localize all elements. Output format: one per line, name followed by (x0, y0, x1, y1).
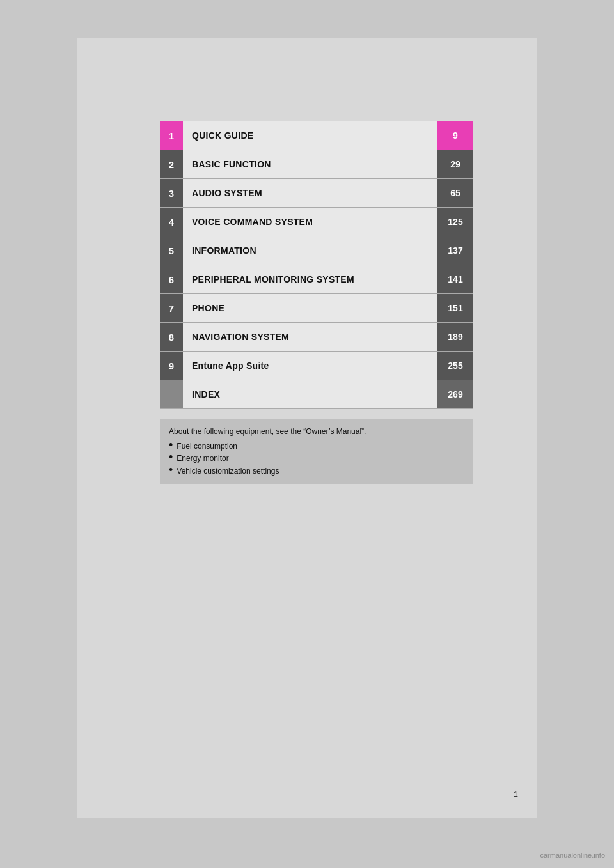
toc-number-2: 2 (160, 150, 183, 178)
toc-page-3: 65 (437, 179, 473, 207)
toc-row[interactable]: 8NAVIGATION SYSTEM189 (160, 323, 473, 352)
toc-number-7: 7 (160, 294, 183, 322)
toc-page-5: 137 (437, 236, 473, 265)
note-bullet-1: •Fuel consumption (169, 440, 464, 453)
toc-title-5: INFORMATION (183, 236, 437, 265)
toc-title-4: VOICE COMMAND SYSTEM (183, 208, 437, 236)
toc-row[interactable]: 3AUDIO SYSTEM65 (160, 179, 473, 208)
note-main-text: About the following equipment, see the “… (169, 426, 464, 438)
toc-title-2: BASIC FUNCTION (183, 150, 437, 178)
toc-title-6: PERIPHERAL MONITORING SYSTEM (183, 265, 437, 293)
toc-page-4: 125 (437, 208, 473, 236)
toc-title-8: NAVIGATION SYSTEM (183, 323, 437, 351)
page-container: 1QUICK GUIDE92BASIC FUNCTION293AUDIO SYS… (77, 38, 537, 818)
note-bullet-text-1: Fuel consumption (177, 440, 237, 453)
note-bullet-text-3: Vehicle customization settings (177, 465, 279, 477)
toc-page-10: 269 (437, 380, 473, 408)
toc-number-8: 8 (160, 323, 183, 351)
note-bullet-text-2: Energy monitor (177, 453, 228, 465)
content-area: 1QUICK GUIDE92BASIC FUNCTION293AUDIO SYS… (160, 121, 473, 484)
toc-title-9: Entune App Suite (183, 352, 437, 380)
toc-number-4: 4 (160, 208, 183, 236)
watermark: carmanualonline.info (540, 851, 605, 859)
toc-page-7: 151 (437, 294, 473, 322)
toc-number-6: 6 (160, 265, 183, 293)
toc-page-9: 255 (437, 352, 473, 380)
toc-page-6: 141 (437, 265, 473, 293)
toc-title-1: QUICK GUIDE (183, 121, 437, 150)
toc-row[interactable]: INDEX269 (160, 380, 473, 409)
toc-table: 1QUICK GUIDE92BASIC FUNCTION293AUDIO SYS… (160, 121, 473, 409)
page-number: 1 (514, 789, 518, 799)
note-box: About the following equipment, see the “… (160, 419, 473, 484)
toc-title-3: AUDIO SYSTEM (183, 179, 437, 207)
toc-page-2: 29 (437, 150, 473, 178)
toc-row[interactable]: 9Entune App Suite255 (160, 352, 473, 380)
note-bullet-2: •Energy monitor (169, 453, 464, 465)
toc-number-1: 1 (160, 121, 183, 150)
toc-row[interactable]: 1QUICK GUIDE9 (160, 121, 473, 150)
toc-row[interactable]: 2BASIC FUNCTION29 (160, 150, 473, 179)
toc-number-10 (160, 380, 183, 408)
toc-number-5: 5 (160, 236, 183, 265)
note-bullet-3: •Vehicle customization settings (169, 465, 464, 477)
toc-row[interactable]: 4VOICE COMMAND SYSTEM125 (160, 208, 473, 236)
toc-page-8: 189 (437, 323, 473, 351)
toc-page-1: 9 (437, 121, 473, 150)
toc-row[interactable]: 7PHONE151 (160, 294, 473, 323)
toc-title-7: PHONE (183, 294, 437, 322)
toc-row[interactable]: 6PERIPHERAL MONITORING SYSTEM141 (160, 265, 473, 294)
toc-number-3: 3 (160, 179, 183, 207)
toc-number-9: 9 (160, 352, 183, 380)
toc-row[interactable]: 5INFORMATION137 (160, 236, 473, 265)
toc-title-10: INDEX (183, 380, 437, 408)
